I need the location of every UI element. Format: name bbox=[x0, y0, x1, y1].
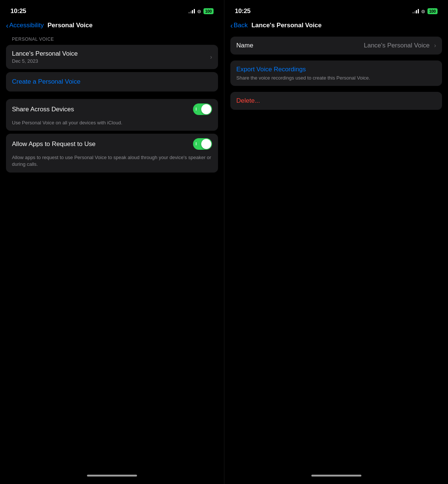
share-toggle-description: Use Personal Voice on all your devices w… bbox=[6, 120, 218, 131]
back-button-right[interactable]: ‹ Back bbox=[230, 22, 248, 29]
wifi-icon: ⊜ bbox=[197, 9, 201, 14]
back-label-left: Accessibility bbox=[9, 22, 44, 29]
name-chevron: › bbox=[434, 42, 436, 49]
home-indicator-left bbox=[0, 470, 224, 484]
right-screen: 10:25 ⊜ 100 ‹ Back Lance's Personal Voic… bbox=[224, 0, 448, 484]
share-toggle-switch[interactable]: I bbox=[193, 103, 212, 115]
name-key-label: Name bbox=[236, 42, 266, 49]
page-title-left: Personal Voice bbox=[47, 22, 93, 29]
home-indicator-right bbox=[224, 470, 448, 484]
export-voice-label[interactable]: Export Voice Recordings bbox=[230, 60, 442, 75]
allow-toggle-row: Allow Apps to Request to Use I bbox=[6, 134, 218, 154]
toggle-on-indicator-2: I bbox=[196, 142, 197, 146]
personal-voice-card[interactable]: Lance's Personal Voice Dec 5, 2023 › bbox=[6, 45, 218, 69]
voice-item-chevron: › bbox=[210, 54, 212, 60]
allow-apps-card: Allow Apps to Request to Use I Allow app… bbox=[6, 134, 218, 172]
toggle-on-indicator: I bbox=[196, 108, 197, 111]
status-bar-left: 10:25 ⊜ 100 bbox=[0, 0, 224, 20]
share-across-devices-card: Share Across Devices I Use Personal Voic… bbox=[6, 99, 218, 131]
export-description: Share the voice recordings used to creat… bbox=[230, 75, 442, 86]
content-right: Name Lance's Personal Voice › Export Voi… bbox=[224, 34, 448, 484]
nav-bar-right: ‹ Back Lance's Personal Voice bbox=[224, 20, 448, 34]
back-button-left[interactable]: ‹ Accessibility bbox=[6, 22, 44, 29]
create-voice-label: Create a Personal Voice bbox=[12, 78, 80, 85]
nav-bar-left: ‹ Accessibility Personal Voice bbox=[0, 20, 224, 34]
signal-icon bbox=[189, 9, 195, 13]
voice-item-date: Dec 5, 2023 bbox=[12, 58, 207, 64]
allow-toggle-switch[interactable]: I bbox=[193, 138, 212, 150]
home-bar-left bbox=[87, 475, 137, 477]
battery-badge-left: 100 bbox=[203, 8, 214, 14]
allow-toggle-label: Allow Apps to Request to Use bbox=[12, 140, 193, 148]
voice-item-name: Lance's Personal Voice bbox=[12, 50, 207, 58]
back-label-right: Back bbox=[234, 22, 248, 29]
share-toggle-row: Share Across Devices I bbox=[6, 99, 218, 120]
status-icons-left: ⊜ 100 bbox=[189, 8, 214, 14]
voice-item-content: Lance's Personal Voice Dec 5, 2023 bbox=[12, 50, 207, 64]
voice-item-row[interactable]: Lance's Personal Voice Dec 5, 2023 › bbox=[6, 45, 218, 69]
wifi-icon-right: ⊜ bbox=[421, 9, 425, 14]
toggle-knob-2 bbox=[201, 139, 211, 149]
back-chevron-left: ‹ bbox=[6, 22, 9, 29]
allow-toggle-description: Allow apps to request to use Personal Vo… bbox=[6, 154, 218, 172]
back-chevron-right: ‹ bbox=[230, 22, 233, 29]
create-voice-button[interactable]: Create a Personal Voice bbox=[6, 72, 218, 91]
name-value-label: Lance's Personal Voice bbox=[266, 42, 431, 49]
name-card[interactable]: Name Lance's Personal Voice › bbox=[230, 37, 442, 55]
time-right: 10:25 bbox=[235, 7, 251, 15]
content-left: PERSONAL VOICE Lance's Personal Voice De… bbox=[0, 34, 224, 484]
delete-label[interactable]: Delete... bbox=[230, 92, 442, 110]
battery-badge-right: 100 bbox=[427, 8, 438, 14]
name-row[interactable]: Name Lance's Personal Voice › bbox=[230, 37, 442, 55]
status-bar-right: 10:25 ⊜ 100 bbox=[224, 0, 448, 20]
left-screen: 10:25 ⊜ 100 ‹ Accessibility Personal Voi… bbox=[0, 0, 224, 484]
share-toggle-label: Share Across Devices bbox=[12, 106, 193, 113]
export-card[interactable]: Export Voice Recordings Share the voice … bbox=[230, 60, 442, 86]
status-icons-right: ⊜ 100 bbox=[413, 8, 438, 14]
time-left: 10:25 bbox=[10, 7, 26, 15]
section-label-personal-voice: PERSONAL VOICE bbox=[6, 37, 218, 42]
home-bar-right bbox=[311, 475, 361, 477]
delete-card[interactable]: Delete... bbox=[230, 92, 442, 110]
page-title-right: Lance's Personal Voice bbox=[251, 22, 321, 29]
toggle-knob bbox=[201, 104, 211, 114]
signal-icon-right bbox=[413, 9, 419, 13]
